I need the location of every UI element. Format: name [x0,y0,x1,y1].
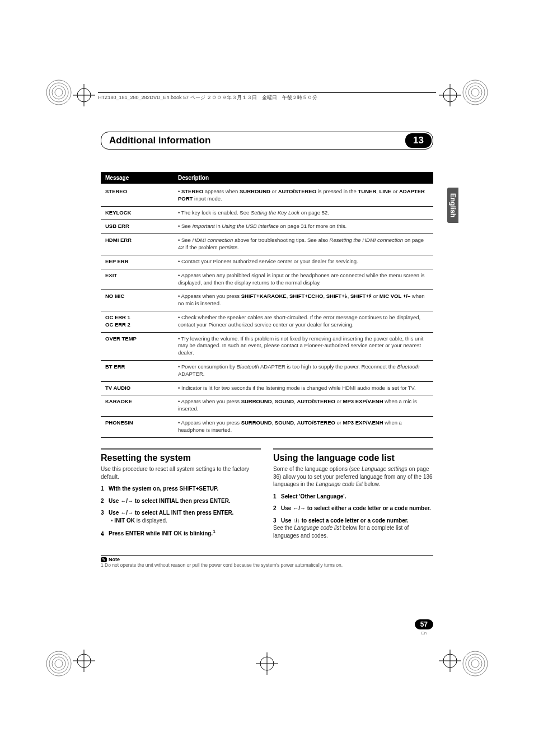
page-number-badge: 57 En [415,619,433,636]
note-icon: ✎ [101,557,107,562]
table-cell-description: • Check whether the speaker cables are s… [174,311,433,332]
chapter-header: Additional information 13 [101,132,433,150]
crop-mark-bl [73,650,95,672]
crop-mark-bottom-center [256,652,278,675]
crop-mark-tr [439,84,461,106]
left-column: Resetting the system Use this procedure … [101,448,261,544]
svg-point-12 [463,651,488,676]
table-cell-description: • STEREO appears when SURROUND or AUTO/S… [174,184,433,206]
svg-point-7 [471,88,479,96]
table-cell-message: BT ERR [101,361,174,382]
step: 2Use ←/→ to select either a code letter … [273,505,433,512]
table-cell-description: • See HDMI connection above for troubles… [174,234,433,255]
table-row: NO MIC• Appears when you press SHIFT+KAR… [101,290,433,311]
table-cell-description: • Indicator is lit for two seconds if th… [174,381,433,395]
table-cell-description: • Try lowering the volume. If this probl… [174,332,433,360]
chapter-title: Additional information [102,135,405,146]
svg-point-3 [55,88,63,96]
crop-mark-tl [73,84,95,106]
table-cell-message: EXIT [101,269,174,290]
table-cell-message: HDMI ERR [101,234,174,255]
svg-point-8 [46,651,71,676]
reg-mark-tl [45,78,73,106]
step: 4Press ENTER while INIT OK is blinking.1 [101,529,261,538]
table-cell-description: • Appears when any prohibited signal is … [174,269,433,290]
table-cell-message: KARAOKE [101,395,174,417]
table-row: OVER TEMP• Try lowering the volume. If t… [101,332,433,360]
language-tab: English [447,188,458,223]
table-cell-message: TV AUDIO [101,381,174,395]
chapter-number: 13 [405,133,432,148]
svg-point-10 [52,657,65,670]
table-cell-description: • Appears when you press SURROUND, SOUND… [174,417,433,438]
page-lang: En [415,631,433,636]
table-cell-message: KEYLOCK [101,206,174,220]
svg-point-14 [469,657,482,670]
heading-language-code: Using the language code list [273,448,433,464]
resetting-intro: Use this procedure to reset all system s… [101,465,261,480]
language-intro: Some of the language options (see Langua… [273,465,433,488]
heading-resetting: Resetting the system [101,448,261,464]
header-rule [98,92,436,93]
table-cell-message: STEREO [101,184,174,206]
table-header-description: Description [174,172,433,184]
svg-point-0 [46,80,71,105]
svg-point-11 [55,660,63,668]
table-cell-message: OVER TEMP [101,332,174,360]
right-column: Using the language code list Some of the… [273,448,433,544]
step: 1With the system on, press SHIFT+SETUP. [101,485,261,493]
table-cell-description: • The key lock is enabled. See Setting t… [174,206,433,220]
page-number: 57 [415,619,433,629]
step: 3Use ←/→ to select ALL INIT then press E… [101,509,261,524]
table-cell-message: NO MIC [101,290,174,311]
table-cell-message: OC ERR 1OC ERR 2 [101,311,174,332]
crop-mark-br [439,650,461,672]
table-cell-message: USB ERR [101,220,174,234]
table-cell-description: • Appears when you press SHIFT+KARAOKE, … [174,290,433,311]
svg-point-6 [469,86,482,99]
table-row: TV AUDIO• Indicator is lit for two secon… [101,381,433,395]
table-header-message: Message [101,172,174,184]
table-row: OC ERR 1OC ERR 2• Check whether the spea… [101,311,433,332]
step: 1Select 'Other Language'. [273,493,433,501]
table-row: STEREO• STEREO appears when SURROUND or … [101,184,433,206]
svg-point-4 [463,80,488,105]
step: 2Use ←/→ to select INITIAL then press EN… [101,497,261,505]
svg-point-15 [471,660,479,668]
note-section: ✎Note 1 Do not operate the unit without … [101,555,433,568]
table-row: USB ERR• See Important in Using the USB … [101,220,433,234]
svg-point-2 [52,86,65,99]
table-row: PHONESIN• Appears when you press SURROUN… [101,417,433,438]
reg-mark-bl [45,650,73,678]
table-cell-description: • Contact your Pioneer authorized servic… [174,255,433,269]
table-row: HDMI ERR• See HDMI connection above for … [101,234,433,255]
reg-mark-br [461,650,489,678]
step: 3Use ↑/↓ to select a code letter or a co… [273,517,433,540]
table-row: EXIT• Appears when any prohibited signal… [101,269,433,290]
note-text: 1 Do not operate the unit without reason… [101,562,433,568]
table-cell-description: • Appears when you press SURROUND, SOUND… [174,395,433,417]
note-label: Note [109,557,120,562]
book-header-text: HTZ180_181_280_282DVD_En.book 57 ページ ２００… [98,94,317,101]
table-row: KEYLOCK• The key lock is enabled. See Se… [101,206,433,220]
reg-mark-tr [461,78,489,106]
table-row: BT ERR• Power consumption by Bluetooth A… [101,361,433,382]
table-row: KARAOKE• Appears when you press SURROUND… [101,395,433,417]
table-cell-message: PHONESIN [101,417,174,438]
table-cell-description: • Power consumption by Bluetooth ADAPTER… [174,361,433,382]
table-row: EEP ERR• Contact your Pioneer authorized… [101,255,433,269]
table-cell-message: EEP ERR [101,255,174,269]
table-cell-description: • See Important in Using the USB interfa… [174,220,433,234]
message-table: Message Description STEREO• STEREO appea… [101,172,433,438]
